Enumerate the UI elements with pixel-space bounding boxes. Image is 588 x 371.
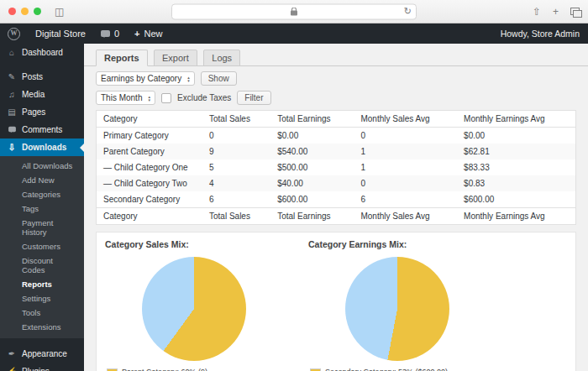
submenu-item-extensions[interactable]: Extensions (0, 320, 84, 334)
monthly-earnings-avg-cell: $62.81 (457, 144, 575, 159)
sidebar-item-downloads[interactable]: ⇩ Downloads (0, 138, 84, 156)
tab-export[interactable]: Export (154, 50, 197, 66)
table-header-row: Category Total Sales Total Earnings Mont… (97, 111, 576, 128)
dashboard-icon: ⌂ (7, 49, 17, 57)
sidebar-item-dashboard[interactable]: ⌂ Dashboard (0, 44, 84, 61)
category-cell: — Child Category Two (97, 175, 203, 191)
new-tab-icon[interactable]: + (553, 6, 559, 18)
legend-swatch (310, 368, 321, 371)
earnings-mix-chart: Category Earnings Mix: Secondary Categor… (308, 239, 567, 371)
sidebar-item-pages[interactable]: ▤ Pages (0, 103, 84, 121)
share-icon[interactable]: ⇧ (533, 6, 541, 18)
table-row: Primary Category 0 $0.00 0 $0.00 (97, 128, 576, 144)
browser-chrome: ◫ ↻ ⇧ + (0, 0, 588, 24)
sidebar-item-label: Media (22, 90, 45, 99)
tab-overview-icon[interactable] (570, 8, 580, 15)
column-footer: Monthly Sales Avg (354, 208, 457, 225)
category-cell: Parent Category (97, 144, 203, 159)
submenu-item-tools[interactable]: Tools (0, 306, 84, 320)
show-button[interactable]: Show (201, 71, 237, 86)
table-row: — Child Category Two 4 $40.00 0 $0.83 (97, 175, 576, 191)
total-sales-cell: 9 (202, 144, 270, 159)
sidebar-separator (0, 338, 84, 345)
category-cell: Primary Category (97, 128, 203, 144)
wp-admin-bar: W Digital Store 0 + New Howdy, Store Adm… (0, 24, 588, 44)
column-header: Total Earnings (270, 111, 354, 128)
monthly-sales-avg-cell: 1 (354, 144, 457, 159)
media-icon: ♫ (7, 91, 17, 99)
period-select[interactable]: This Month ▴▾ (96, 91, 155, 105)
column-footer: Category (97, 208, 203, 225)
exclude-taxes-checkbox[interactable] (161, 93, 171, 103)
wp-logo-menu[interactable]: W (0, 24, 28, 44)
site-name-link[interactable]: Digital Store (28, 24, 93, 44)
comments-count: 0 (114, 24, 119, 44)
exclude-taxes-label: Exclude Taxes (177, 93, 231, 102)
total-sales-cell: 4 (202, 175, 270, 191)
site-name: Digital Store (35, 24, 86, 44)
report-type-select[interactable]: Earnings by Category ▴▾ (96, 71, 195, 86)
total-earnings-cell: $600.00 (270, 191, 354, 208)
column-footer: Total Sales (202, 208, 270, 225)
submenu-item-categories[interactable]: Categories (0, 187, 84, 201)
browser-window: ◫ ↻ ⇧ + W Digital Store 0 + New Howdy, S… (0, 0, 588, 371)
reload-icon[interactable]: ↻ (404, 5, 412, 16)
submenu-item-customers[interactable]: Customers (0, 239, 84, 253)
filter-button[interactable]: Filter (237, 91, 270, 105)
period-filter-row: This Month ▴▾ Exclude Taxes Filter (96, 91, 576, 105)
admin-sidebar: ⌂ Dashboard ✎ Posts ♫ Media ▤ Pages Comm… (0, 44, 84, 371)
howdy-account-menu[interactable]: Howdy, Store Admin (492, 29, 588, 39)
pages-icon: ▤ (7, 108, 17, 117)
minimize-window-button[interactable] (21, 8, 29, 15)
total-sales-cell: 6 (202, 191, 270, 208)
close-window-button[interactable] (8, 8, 16, 15)
chevron-updown-icon: ▴▾ (148, 95, 150, 102)
sidebar-item-label: Downloads (22, 143, 66, 152)
submenu-item-add-new[interactable]: Add New (0, 173, 84, 187)
sidebar-item-media[interactable]: ♫ Media (0, 86, 84, 103)
submenu-item-all-downloads[interactable]: All Downloads (0, 159, 84, 173)
sidebar-toggle-icon[interactable]: ◫ (55, 7, 64, 17)
submenu-item-reports[interactable]: Reports (0, 277, 84, 291)
legend-label: Secondary Category: 53% ($600.00) (325, 368, 448, 371)
sidebar-item-comments[interactable]: Comments (0, 121, 84, 138)
sidebar-item-label: Dashboard (22, 48, 63, 57)
earnings-mix-pie (345, 257, 449, 361)
appearance-icon: ✒ (7, 350, 17, 358)
chart-legend: Parent Category: 60% (9) Secondary Categ… (107, 368, 308, 371)
sidebar-item-appearance[interactable]: ✒ Appearance (0, 345, 84, 363)
zoom-window-button[interactable] (34, 8, 41, 15)
table-footer-row: Category Total Sales Total Earnings Mont… (97, 208, 576, 225)
column-header: Monthly Sales Avg (354, 111, 457, 128)
monthly-earnings-avg-cell: $0.83 (457, 175, 575, 191)
submenu-item-discount-codes[interactable]: Discount Codes (0, 253, 84, 277)
sidebar-item-posts[interactable]: ✎ Posts (0, 68, 84, 86)
column-footer: Monthly Earnings Avg (457, 208, 575, 225)
plugins-icon: ⚡ (7, 368, 17, 371)
report-type-row: Earnings by Category ▴▾ Show (96, 71, 576, 86)
tab-reports[interactable]: Reports (96, 50, 148, 66)
category-cell: — Child Category One (97, 159, 203, 175)
comments-icon (7, 126, 17, 134)
sidebar-item-label: Pages (22, 107, 45, 117)
submenu-item-settings[interactable]: Settings (0, 291, 84, 306)
howdy-text: Howdy, Store Admin (501, 29, 580, 39)
total-earnings-cell: $540.00 (270, 144, 354, 159)
address-bar[interactable]: ↻ (171, 3, 417, 19)
comments-admin-link[interactable]: 0 (93, 24, 127, 44)
chart-title: Category Earnings Mix: (308, 239, 567, 249)
sidebar-item-plugins[interactable]: ⚡ Plugins (0, 363, 84, 371)
new-content-menu[interactable]: + New (127, 24, 170, 44)
chart-title: Category Sales Mix: (105, 239, 308, 249)
sidebar-item-label: Appearance (22, 349, 67, 358)
column-footer: Total Earnings (270, 208, 354, 225)
sidebar-item-label: Plugins (22, 367, 50, 371)
monthly-sales-avg-cell: 1 (354, 159, 457, 175)
submenu-item-tags[interactable]: Tags (0, 201, 84, 216)
sidebar-separator (0, 61, 84, 68)
submenu-item-payment-history[interactable]: Payment History (0, 216, 84, 239)
monthly-sales-avg-cell: 0 (354, 175, 457, 191)
monthly-sales-avg-cell: 6 (354, 191, 457, 208)
tab-logs[interactable]: Logs (203, 50, 240, 66)
chart-legend: Secondary Category: 53% ($600.00) Parent… (310, 368, 567, 371)
